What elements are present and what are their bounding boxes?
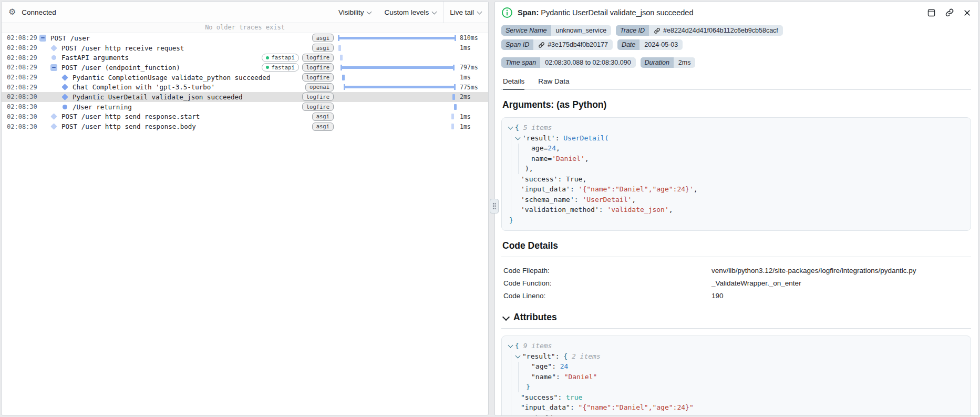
code-token: : <box>570 403 579 411</box>
trace-row[interactable]: 02:08:29FastAPI argumentsfastapilogfire <box>2 53 488 63</box>
visibility-menu[interactable]: Visibility <box>332 2 378 23</box>
collapse-minus-icon[interactable] <box>39 35 46 42</box>
collapse-chevron-icon[interactable] <box>508 343 515 348</box>
trace-row-time: 02:08:30 <box>2 113 34 120</box>
badge-value: #e8224d24d41f064b112c6eb9cb58cacf <box>649 25 783 36</box>
trace-row-label: POST /user http send response.body <box>61 123 196 130</box>
trace-row-timeline <box>338 92 456 102</box>
trace-row-tree: POST /user http send response.start <box>34 113 312 120</box>
log-dot-icon <box>51 55 56 60</box>
arguments-heading: Arguments: (as Python) <box>502 99 971 110</box>
custom-levels-menu-label: Custom levels <box>384 8 429 16</box>
trace-row-label: POST /user http send response.start <box>61 113 200 120</box>
badge-label: Date <box>617 39 639 50</box>
badge-value-text: 2024-05-03 <box>644 39 678 50</box>
trace-row[interactable]: 02:08:29POST /user http receive requesta… <box>2 43 488 53</box>
code-token: 24 <box>548 144 556 152</box>
open-drawer-icon[interactable] <box>927 8 936 17</box>
collapse-chevron-icon[interactable] <box>508 125 515 130</box>
trace-row[interactable]: 02:08:29POST /userasgi810ms <box>2 33 488 43</box>
tag-fastapi: fastapi <box>262 54 298 62</box>
trace-row-tree: /User returning <box>34 103 302 111</box>
code-token: , <box>632 196 636 204</box>
timeline-bar <box>338 37 456 39</box>
collapse-chevron-icon[interactable] <box>515 135 522 140</box>
trace-list-toolbar: ⚙ Connected Visibility Custom levels Liv… <box>2 2 488 23</box>
badge-label: Trace ID <box>616 25 649 36</box>
badge-value: 2ms <box>674 57 696 68</box>
trace-row-time: 02:08:30 <box>2 93 34 100</box>
code-token: UserDetail( <box>563 134 608 142</box>
trace-row-label: /User returning <box>73 103 132 111</box>
trace-row-timeline <box>338 63 456 73</box>
trace-row-tags: asgi <box>312 34 338 42</box>
code-token: name= <box>531 155 552 162</box>
badge-value-text: 02:08:30.088 to 02:08:30.090 <box>545 57 631 68</box>
trace-row[interactable]: 02:08:30POST /user http send response.st… <box>2 112 488 122</box>
trace-row[interactable]: 02:08:30/User returninglogfire <box>2 102 488 112</box>
trace-row-time: 02:08:29 <box>2 54 34 62</box>
trace-row[interactable]: 02:08:29Chat Completion with 'gpt-3.5-tu… <box>2 82 488 92</box>
chevron-down-icon <box>432 10 437 15</box>
trace-row-tags: asgi <box>312 44 338 52</box>
trace-row[interactable]: 02:08:30Pydantic UserDetail validate_jso… <box>2 92 488 102</box>
trace-row-timeline <box>338 53 456 63</box>
code-token: : <box>574 414 583 416</box>
code-detail-label: Code Lineno: <box>503 290 711 302</box>
code-token: 5 items <box>523 124 552 131</box>
close-icon[interactable] <box>963 9 971 17</box>
green-dot-icon <box>266 66 269 69</box>
collapse-minus-icon[interactable] <box>50 64 57 71</box>
code-token: : <box>555 134 564 142</box>
code-token: "code.lineno" <box>521 414 574 416</box>
code-detail-row: Code Function:_ValidateWrapper._on_enter <box>501 277 971 290</box>
trace-row[interactable]: 02:08:29Pydantic CompletionUsage validat… <box>2 73 488 83</box>
span-header-actions <box>927 8 971 17</box>
tab-raw-data[interactable]: Raw Data <box>538 77 569 89</box>
trace-row-label: Chat Completion with 'gpt-3.5-turbo' <box>73 83 215 91</box>
code-token: 'validation_method' <box>521 206 599 213</box>
trace-row-label: FastAPI arguments <box>61 54 129 62</box>
trace-row-label: POST /user <box>50 34 90 42</box>
badge-label: Time span <box>501 57 540 68</box>
code-token: : <box>556 373 564 381</box>
detail-tabs: DetailsRaw Data <box>501 77 971 90</box>
link-icon[interactable] <box>654 27 661 34</box>
code-token: 24 <box>560 362 569 370</box>
timeline-tick <box>452 94 455 100</box>
code-token: "success" <box>521 393 558 401</box>
code-token: "Daniel" <box>564 373 597 381</box>
custom-levels-menu[interactable]: Custom levels <box>378 2 443 23</box>
no-older-traces-banner: No older traces exist <box>2 23 488 33</box>
code-token: 'Daniel' <box>552 155 585 162</box>
code-token: } <box>509 216 513 224</box>
trace-row-label: POST /user (endpoint_function) <box>61 64 180 72</box>
link-icon[interactable] <box>538 42 545 48</box>
tag-asgi: asgi <box>312 113 334 121</box>
trace-row-tree: POST /user (endpoint_function) <box>34 64 262 72</box>
code-token: : <box>599 206 607 213</box>
span-diamond-icon <box>50 113 57 120</box>
code-token: : <box>570 185 579 193</box>
tab-details[interactable]: Details <box>503 77 524 89</box>
trace-row-label: POST /user http receive request <box>61 44 184 52</box>
live-tail-menu[interactable]: Live tail <box>443 2 488 23</box>
code-token: 2 items <box>572 352 601 360</box>
code-token: "input_data" <box>521 403 570 411</box>
panel-resize-handle[interactable] <box>490 199 499 213</box>
trace-row[interactable]: 02:08:29POST /user (endpoint_function)fa… <box>2 63 488 73</box>
copy-link-icon[interactable] <box>945 8 954 17</box>
collapse-chevron-icon[interactable] <box>515 353 522 359</box>
badge-value: #3e175db4f0b20177 <box>533 39 613 50</box>
trace-row-tree: POST /user http send response.body <box>34 123 312 130</box>
tag-logfire: logfire <box>302 54 334 62</box>
trace-row-duration: 1ms <box>460 74 488 81</box>
code-token: ), <box>525 165 533 172</box>
badge-value: 02:08:30.088 to 02:08:30.090 <box>540 57 635 68</box>
attributes-collapse-chevron-icon[interactable] <box>502 314 509 321</box>
span-diamond-icon <box>50 45 57 52</box>
trace-row[interactable]: 02:08:30POST /user http send response.bo… <box>2 121 488 131</box>
tag-logfire: logfire <box>302 93 334 101</box>
settings-gear-icon[interactable]: ⚙ <box>8 8 16 16</box>
trace-row-duration: 1ms <box>460 123 488 130</box>
